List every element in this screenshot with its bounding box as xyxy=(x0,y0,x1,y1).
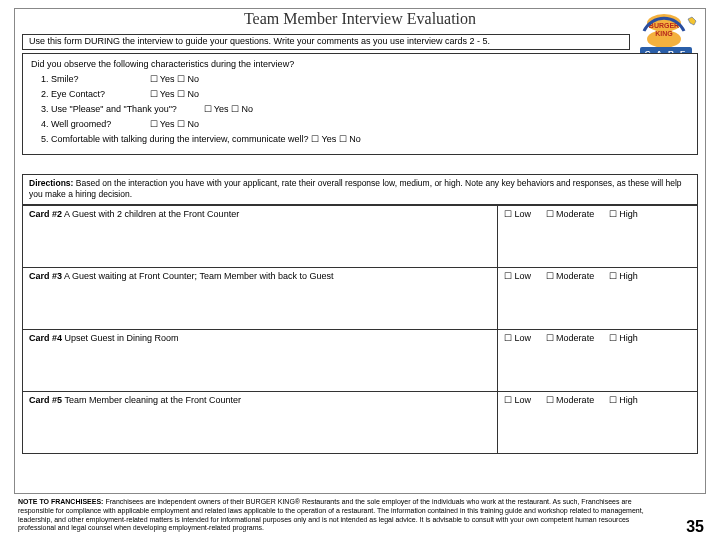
svg-marker-4 xyxy=(688,17,696,25)
card-scenario-text: Team Member cleaning at the Front Counte… xyxy=(64,395,241,405)
footnote-label: NOTE TO FRANCHISEES: xyxy=(18,498,103,505)
directions-label: Directions: xyxy=(29,178,73,188)
observation-item: Use "Please" and "Thank you"? ☐ Yes ☐ No xyxy=(51,103,689,117)
rating-low-checkbox[interactable]: ☐ Low xyxy=(504,333,531,343)
rating-moderate-checkbox[interactable]: ☐ Moderate xyxy=(546,209,595,219)
table-row: Card #4 Upset Guest in Dining Room ☐ Low… xyxy=(23,330,698,392)
card-rating-cell: ☐ Low ☐ Moderate ☐ High xyxy=(498,268,698,330)
card-scenario-text: A Guest waiting at Front Counter; Team M… xyxy=(64,271,333,281)
card-scenario-text: Upset Guest in Dining Room xyxy=(65,333,179,343)
card-id: Card #5 xyxy=(29,395,62,405)
rating-moderate-checkbox[interactable]: ☐ Moderate xyxy=(546,271,595,281)
yes-no-checkboxes[interactable]: ☐ Yes ☐ No xyxy=(150,119,200,129)
card-id: Card #4 xyxy=(29,333,62,343)
rating-low-checkbox[interactable]: ☐ Low xyxy=(504,395,531,405)
page-number: 35 xyxy=(686,518,704,536)
rating-high-checkbox[interactable]: ☐ High xyxy=(609,271,638,281)
rating-moderate-checkbox[interactable]: ☐ Moderate xyxy=(546,333,595,343)
intro-instructions: Use this form DURING the interview to gu… xyxy=(22,34,630,50)
card-id: Card #2 xyxy=(29,209,62,219)
scenario-cards-table: Card #2 A Guest with 2 children at the F… xyxy=(22,205,698,454)
page-title: Team Member Interview Evaluation xyxy=(0,10,720,28)
directions-section: Directions: Based on the interaction you… xyxy=(22,174,698,205)
card-rating-cell: ☐ Low ☐ Moderate ☐ High xyxy=(498,330,698,392)
obs-label: Eye Contact? xyxy=(51,88,147,102)
yes-no-checkboxes[interactable]: ☐ Yes ☐ No xyxy=(204,104,254,114)
observation-item: Smile? ☐ Yes ☐ No xyxy=(51,73,689,87)
card-scenario-cell: Card #4 Upset Guest in Dining Room xyxy=(23,330,498,392)
table-row: Card #5 Team Member cleaning at the Fron… xyxy=(23,392,698,454)
obs-label: Smile? xyxy=(51,73,147,87)
card-rating-cell: ☐ Low ☐ Moderate ☐ High xyxy=(498,392,698,454)
table-row: Card #2 A Guest with 2 children at the F… xyxy=(23,206,698,268)
card-scenario-cell: Card #3 A Guest waiting at Front Counter… xyxy=(23,268,498,330)
obs-label: Use "Please" and "Thank you"? xyxy=(51,103,201,117)
directions-text: Based on the interaction you have with y… xyxy=(29,178,682,199)
observation-prompt: Did you observe the following characteri… xyxy=(31,58,689,72)
table-row: Card #3 A Guest waiting at Front Counter… xyxy=(23,268,698,330)
rating-high-checkbox[interactable]: ☐ High xyxy=(609,209,638,219)
obs-label: Comfortable with talking during the inte… xyxy=(51,134,361,144)
rating-low-checkbox[interactable]: ☐ Low xyxy=(504,271,531,281)
rating-moderate-checkbox[interactable]: ☐ Moderate xyxy=(546,395,595,405)
card-id: Card #3 xyxy=(29,271,62,281)
card-scenario-cell: Card #2 A Guest with 2 children at the F… xyxy=(23,206,498,268)
obs-label: Well groomed? xyxy=(51,118,147,132)
card-scenario-cell: Card #5 Team Member cleaning at the Fron… xyxy=(23,392,498,454)
footnote-text: Franchisees are independent owners of th… xyxy=(18,498,644,531)
yes-no-checkboxes[interactable]: ☐ Yes ☐ No xyxy=(150,89,200,99)
observation-item: Comfortable with talking during the inte… xyxy=(51,133,689,147)
rating-high-checkbox[interactable]: ☐ High xyxy=(609,395,638,405)
franchisee-footnote: NOTE TO FRANCHISEES: Franchisees are ind… xyxy=(18,498,668,533)
card-scenario-text: A Guest with 2 children at the Front Cou… xyxy=(64,209,239,219)
svg-text:BURGER: BURGER xyxy=(649,22,679,29)
observation-item: Eye Contact? ☐ Yes ☐ No xyxy=(51,88,689,102)
svg-text:KING: KING xyxy=(655,30,673,37)
rating-high-checkbox[interactable]: ☐ High xyxy=(609,333,638,343)
rating-low-checkbox[interactable]: ☐ Low xyxy=(504,209,531,219)
observation-item: Well groomed? ☐ Yes ☐ No xyxy=(51,118,689,132)
intro-text: Use this form DURING the interview to gu… xyxy=(29,36,490,46)
observation-section: Did you observe the following characteri… xyxy=(22,53,698,155)
card-rating-cell: ☐ Low ☐ Moderate ☐ High xyxy=(498,206,698,268)
yes-no-checkboxes[interactable]: ☐ Yes ☐ No xyxy=(150,74,200,84)
